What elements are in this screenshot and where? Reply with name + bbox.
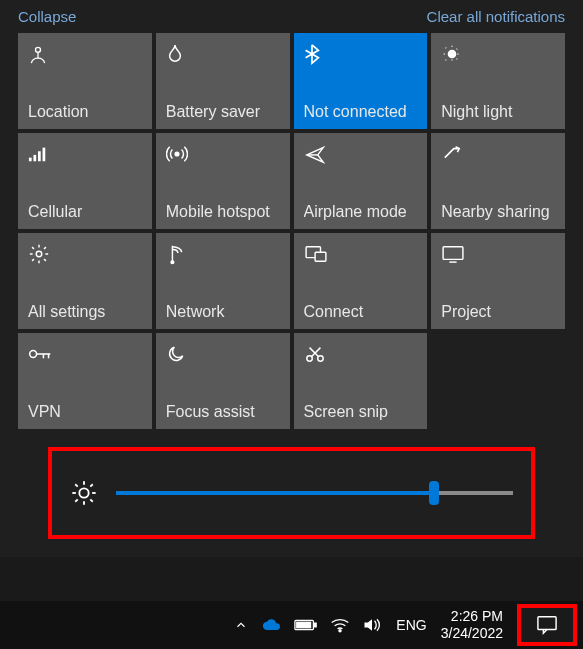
vpn-icon: [28, 343, 144, 365]
tile-label: Not connected: [304, 103, 420, 121]
cellular-icon: [28, 143, 144, 165]
svg-rect-12: [33, 155, 36, 161]
tile-settings[interactable]: All settings: [18, 233, 152, 329]
svg-point-15: [175, 152, 179, 156]
network-icon: [166, 243, 282, 265]
focus-icon: [166, 343, 282, 365]
svg-point-24: [30, 351, 37, 358]
svg-line-31: [309, 348, 318, 357]
tile-night-light[interactable]: Night light: [431, 33, 565, 129]
time-text: 2:26 PM: [441, 608, 503, 626]
tile-location[interactable]: Location: [18, 33, 152, 129]
tile-airplane[interactable]: Airplane mode: [294, 133, 428, 229]
brightness-row: [48, 447, 535, 539]
location-icon: [28, 43, 144, 65]
svg-rect-21: [315, 252, 326, 261]
tile-label: Project: [441, 303, 557, 321]
tile-cellular[interactable]: Cellular: [18, 133, 152, 229]
svg-line-10: [457, 48, 459, 50]
tile-project[interactable]: Project: [431, 233, 565, 329]
tile-label: Nearby sharing: [441, 203, 557, 221]
clock[interactable]: 2:26 PM 3/24/2022: [441, 608, 503, 643]
header: Collapse Clear all notifications: [18, 8, 565, 33]
svg-line-8: [457, 59, 459, 61]
tile-label: Connect: [304, 303, 420, 321]
settings-icon: [28, 243, 144, 265]
svg-rect-11: [29, 158, 32, 162]
snip-icon: [304, 343, 420, 365]
svg-line-39: [75, 499, 77, 501]
battery-icon[interactable]: [294, 618, 318, 632]
svg-point-17: [36, 251, 42, 257]
svg-line-40: [90, 484, 92, 486]
tile-label: Screen snip: [304, 403, 420, 421]
action-center-button[interactable]: [517, 604, 577, 646]
tile-connect[interactable]: Connect: [294, 233, 428, 329]
svg-line-7: [446, 48, 448, 50]
svg-rect-13: [38, 151, 41, 161]
brightness-slider[interactable]: [116, 481, 513, 505]
quick-action-tiles: LocationBattery saverNot connectedNight …: [18, 33, 565, 429]
nearby-icon: [441, 143, 557, 165]
svg-line-37: [75, 484, 77, 486]
project-icon: [441, 243, 557, 265]
tile-nearby[interactable]: Nearby sharing: [431, 133, 565, 229]
battery-saver-icon: [166, 43, 282, 65]
tile-hotspot[interactable]: Mobile hotspot: [156, 133, 290, 229]
tile-label: Mobile hotspot: [166, 203, 282, 221]
tile-label: Battery saver: [166, 103, 282, 121]
language-indicator[interactable]: ENG: [396, 617, 426, 633]
tile-label: Network: [166, 303, 282, 321]
volume-icon[interactable]: [362, 617, 382, 633]
action-center-panel: Collapse Clear all notifications Locatio…: [0, 0, 583, 557]
svg-point-0: [36, 47, 41, 52]
collapse-link[interactable]: Collapse: [18, 8, 76, 25]
svg-line-9: [446, 59, 448, 61]
svg-point-32: [79, 488, 88, 497]
svg-line-30: [311, 348, 320, 357]
tile-bluetooth[interactable]: Not connected: [294, 33, 428, 129]
svg-point-2: [449, 50, 456, 57]
bluetooth-icon: [304, 43, 420, 65]
date-text: 3/24/2022: [441, 625, 503, 643]
svg-point-19: [171, 261, 174, 264]
svg-rect-42: [315, 623, 317, 627]
onedrive-icon[interactable]: [262, 618, 282, 632]
svg-marker-45: [365, 619, 373, 631]
tile-network[interactable]: Network: [156, 233, 290, 329]
slider-fill: [116, 491, 434, 495]
tile-focus[interactable]: Focus assist: [156, 333, 290, 429]
svg-rect-14: [43, 148, 46, 162]
svg-rect-46: [538, 617, 556, 630]
connect-icon: [304, 243, 420, 265]
night-light-icon: [441, 43, 557, 65]
tile-label: Night light: [441, 103, 557, 121]
wifi-icon[interactable]: [330, 617, 350, 633]
tile-label: All settings: [28, 303, 144, 321]
tile-label: Focus assist: [166, 403, 282, 421]
svg-point-44: [339, 630, 341, 632]
svg-rect-43: [297, 622, 311, 628]
tile-label: Location: [28, 103, 144, 121]
tile-vpn[interactable]: VPN: [18, 333, 152, 429]
slider-thumb[interactable]: [429, 481, 439, 505]
tile-label: Airplane mode: [304, 203, 420, 221]
hotspot-icon: [166, 143, 282, 165]
brightness-icon: [70, 479, 98, 507]
tile-battery-saver[interactable]: Battery saver: [156, 33, 290, 129]
taskbar: ENG 2:26 PM 3/24/2022: [0, 601, 583, 649]
tile-snip[interactable]: Screen snip: [294, 333, 428, 429]
svg-rect-22: [443, 247, 463, 260]
airplane-icon: [304, 143, 420, 165]
svg-line-38: [90, 499, 92, 501]
tile-label: Cellular: [28, 203, 144, 221]
tile-label: VPN: [28, 403, 144, 421]
clear-all-link[interactable]: Clear all notifications: [427, 8, 565, 25]
tray-overflow-icon[interactable]: [234, 618, 248, 632]
